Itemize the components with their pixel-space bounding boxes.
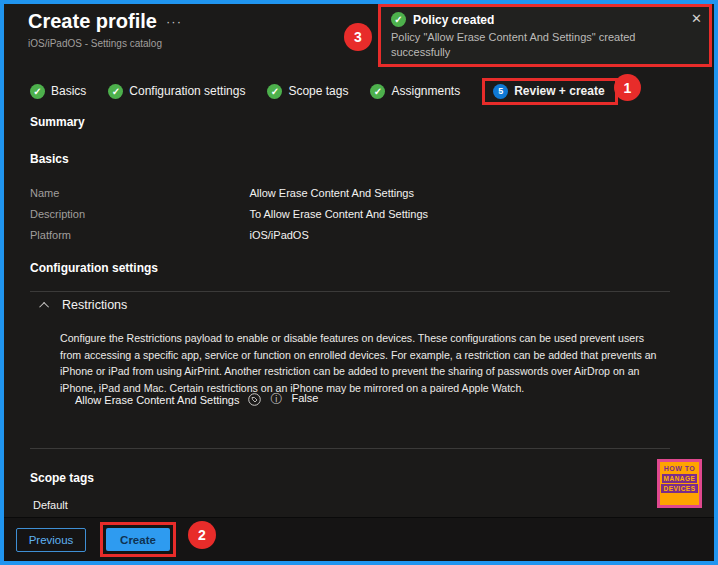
htmd-logo-line1: HOW TO [664,465,696,472]
tab-scope-tags-label: Scope tags [288,84,348,98]
annotation-badge-1: 1 [614,74,641,101]
tab-basics[interactable]: ✓ Basics [30,84,86,99]
tab-review-create[interactable]: 5 Review + create [493,84,604,99]
tab-assignments[interactable]: ✓ Assignments [370,84,460,99]
annotation-rect-review-create: 5 Review + create [482,78,617,105]
tab-assignments-label: Assignments [391,84,460,98]
create-button[interactable]: Create [106,528,170,551]
platform-value: iOS/iPadOS [249,229,308,241]
restrictions-group-toggle[interactable]: Restrictions [42,298,127,312]
step-number-icon: 5 [493,84,508,99]
check-icon: ✓ [108,84,123,99]
setting-row: Allow Erase Content And Settings ⓘ False [75,391,318,408]
page-subtitle: iOS/iPadOS - Settings catalog [28,38,162,49]
check-icon: ✓ [267,84,282,99]
policy-created-toast: ✓ Policy created Policy "Allow Erase Con… [378,4,712,67]
scope-tag-value: Default [33,499,68,511]
summary-heading: Summary [30,115,85,129]
setting-value: False [291,392,318,404]
tab-basics-label: Basics [51,84,86,98]
check-icon: ✓ [30,84,45,99]
annotation-rect-create: Create [100,522,176,557]
row-description: Description To Allow Erase Content And S… [30,204,428,222]
basics-heading: Basics [30,152,69,166]
description-value: To Allow Erase Content And Settings [249,208,428,220]
tag-icon[interactable] [248,393,261,406]
tab-configuration-settings-label: Configuration settings [129,84,245,98]
htmd-logo-line2: MANAGE [662,474,698,483]
divider [30,291,670,292]
platform-label: Platform [30,229,245,241]
success-check-icon: ✓ [391,12,406,27]
restrictions-label: Restrictions [62,298,127,312]
toast-title: Policy created [413,13,494,27]
tab-review-create-label: Review + create [514,84,604,98]
divider [30,448,670,449]
row-name: Name Allow Erase Content And Settings [30,183,414,201]
toast-message: Policy "Allow Erase Content And Settings… [391,30,671,60]
configuration-settings-heading: Configuration settings [30,261,158,275]
setting-label: Allow Erase Content And Settings [75,394,239,406]
chevron-up-icon [39,301,49,311]
htmd-logo: HOW TO MANAGE DEVICES [657,459,702,508]
tab-configuration-settings[interactable]: ✓ Configuration settings [108,84,245,99]
annotation-badge-2: 2 [188,521,216,549]
check-icon: ✓ [370,84,385,99]
footer-bar: Previous Create [4,517,714,561]
name-value: Allow Erase Content And Settings [249,187,413,199]
info-icon[interactable]: ⓘ [270,391,282,408]
scope-tags-heading: Scope tags [30,471,94,485]
more-options-icon[interactable]: ··· [166,14,182,29]
description-label: Description [30,208,245,220]
name-label: Name [30,187,245,199]
previous-button[interactable]: Previous [16,528,86,552]
tab-scope-tags[interactable]: ✓ Scope tags [267,84,348,99]
close-icon[interactable]: ✕ [691,11,702,26]
wizard-steps: ✓ Basics ✓ Configuration settings ✓ Scop… [30,75,618,107]
row-platform: Platform iOS/iPadOS [30,225,309,243]
window-frame: Create profile ··· iOS/iPadOS - Settings… [0,0,718,565]
page-title: Create profile [28,10,157,33]
annotation-badge-3: 3 [344,23,372,51]
restrictions-description: Configure the Restrictions payload to en… [60,330,660,396]
htmd-logo-line3: DEVICES [661,484,697,493]
create-profile-panel: Create profile ··· iOS/iPadOS - Settings… [4,4,714,561]
